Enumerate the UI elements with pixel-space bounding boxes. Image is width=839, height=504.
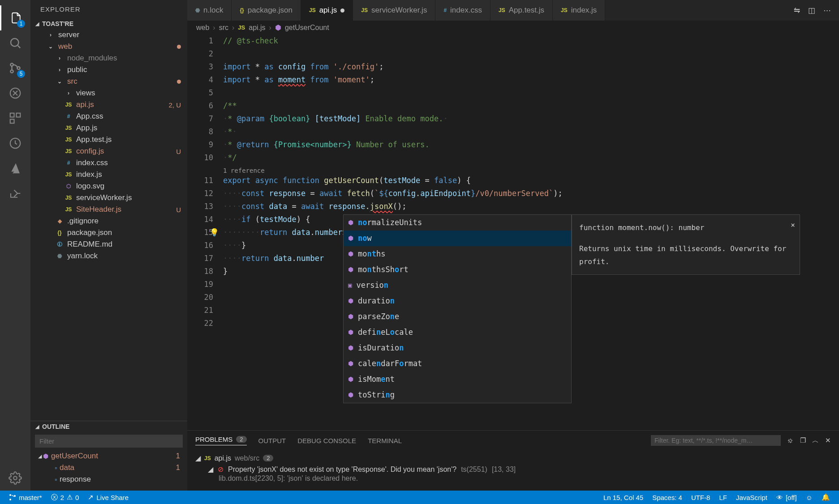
git-status-badge: U (176, 148, 181, 155)
status-errors[interactable]: ⓧ2 ⚠0 (47, 491, 84, 504)
folder-item[interactable]: ›node_modules (30, 52, 187, 64)
suggest-item[interactable]: ⬢normalizeUnits (344, 215, 571, 231)
close-icon[interactable]: ✕ (825, 436, 831, 444)
field-icon: ▫ (55, 476, 57, 483)
status-liveshare[interactable]: ↗Live Share (83, 491, 133, 504)
restore-icon[interactable]: ❐ (800, 436, 806, 444)
outline-item[interactable]: ▫ data 1 (30, 462, 187, 474)
status-prettier[interactable]: 👁[off] (772, 491, 801, 504)
editor-tab[interactable]: # index.css (435, 0, 490, 21)
suggest-label: defineLocale (358, 326, 413, 339)
filter-settings-icon[interactable]: ⛭ (787, 437, 794, 444)
suggest-item[interactable]: ⬢isMoment (344, 372, 571, 387)
file-item[interactable]: 🛈README.md (30, 239, 187, 250)
status-eol[interactable]: LF (714, 491, 731, 504)
outline-filter-input[interactable] (35, 435, 183, 448)
suggest-item[interactable]: ⬢monthsShort (344, 262, 571, 278)
lightbulb-icon[interactable]: 💡 (210, 226, 219, 239)
outline-item[interactable]: ◢ ⬢ getUserCount 1 (30, 450, 187, 462)
split-icon[interactable]: ◫ (808, 6, 815, 15)
breadcrumb[interactable]: web › src › JS api.js › ⬢ getUserCount (187, 21, 839, 34)
explorer-section-header[interactable]: ◢ TOAST'RE (30, 18, 187, 29)
chevron-right-icon: › (213, 24, 215, 32)
activity-extensions-icon[interactable] (0, 106, 30, 131)
status-cursor-pos[interactable]: Ln 15, Col 45 (599, 491, 648, 504)
status-branch[interactable]: master* (4, 491, 47, 504)
outline-item[interactable]: ▫ response (30, 474, 187, 485)
code-content[interactable]: // @ts-check import * as config from './… (223, 34, 839, 430)
suggest-item[interactable]: ⬢duration (344, 293, 571, 309)
activity-remote-icon[interactable] (0, 131, 30, 156)
compare-icon[interactable]: ⇋ (794, 6, 800, 15)
tab-label: n.lock (203, 6, 223, 15)
editor-tab[interactable]: JS App.test.js (490, 0, 553, 21)
suggest-item[interactable]: ⬢defineLocale (344, 325, 571, 340)
codelens[interactable]: 1 reference (223, 164, 839, 174)
suggest-item[interactable]: ▣version (344, 278, 571, 293)
file-icon: JS (64, 148, 73, 154)
activity-search-icon[interactable] (0, 30, 30, 56)
chevron-down-icon: ◢ (195, 454, 201, 462)
file-item[interactable]: #App.css (30, 111, 187, 122)
folder-item[interactable]: ›server (30, 29, 187, 41)
editor-tab[interactable]: JS serviceWorker.js (353, 0, 435, 21)
tab-terminal[interactable]: TERMINAL (368, 437, 402, 444)
folder-item[interactable]: ⌄web (30, 41, 187, 52)
chevron-icon: ⌄ (46, 43, 56, 50)
more-icon[interactable]: ⋯ (823, 6, 831, 15)
file-item[interactable]: JSSiteHeader.jsU (30, 204, 187, 215)
problem-related[interactable]: lib.dom.d.ts[2230, 5]: 'json' is declare… (195, 474, 831, 483)
editor-tab[interactable]: {} package.json (232, 0, 301, 21)
file-item[interactable]: ⬡logo.svg (30, 180, 187, 192)
problem-item[interactable]: ◢ ⊘ Property 'jsonX' does not exist on t… (195, 464, 831, 474)
status-feedback[interactable]: ☺ (801, 491, 817, 504)
scm-badge: 5 (17, 70, 25, 78)
activity-debug-icon[interactable] (0, 81, 30, 106)
file-item[interactable]: JSconfig.jsU (30, 145, 187, 157)
tab-output[interactable]: OUTPUT (258, 437, 286, 444)
file-item[interactable]: {}package.json (30, 227, 187, 239)
file-item[interactable]: JSApp.js (30, 122, 187, 134)
editor-tab[interactable]: JS api.js (301, 0, 353, 21)
status-bell[interactable]: 🔔 (817, 491, 835, 504)
suggest-item[interactable]: ⬢months (344, 246, 571, 262)
activity-explorer-icon[interactable]: 1 (0, 5, 30, 30)
file-item[interactable]: JSserviceWorker.js (30, 192, 187, 204)
activity-settings-icon[interactable] (0, 466, 30, 491)
activity-liveshare-icon[interactable] (0, 181, 30, 206)
suggest-item[interactable]: ⬢parseZone (344, 309, 571, 325)
file-item[interactable]: JSapi.js2, U (30, 99, 187, 111)
status-indent[interactable]: Spaces: 4 (648, 491, 687, 504)
suggest-item[interactable]: ⬢calendarFormat (344, 356, 571, 372)
suggest-item[interactable]: ⬢toString (344, 387, 571, 403)
code-editor[interactable]: 12345678910111213141516171819202122 // @… (187, 34, 839, 430)
tab-debug-console[interactable]: DEBUG CONSOLE (297, 437, 356, 444)
suggest-item[interactable]: ⬢isDuration (344, 340, 571, 356)
editor-tab[interactable]: ⬣ n.lock (187, 0, 232, 21)
file-item[interactable]: ◆.gitignore (30, 215, 187, 227)
folder-item[interactable]: ⌄src (30, 76, 187, 87)
close-icon[interactable]: × (791, 218, 795, 231)
folder-item[interactable]: ›public (30, 64, 187, 76)
editor-tab[interactable]: JS index.js (553, 0, 605, 21)
file-item[interactable]: #index.css (30, 157, 187, 169)
problems-filter-input[interactable] (651, 435, 781, 446)
file-item[interactable]: JSindex.js (30, 169, 187, 180)
intellisense-suggest[interactable]: ⬢normalizeUnits⬢now⬢months⬢monthsShort▣v… (343, 214, 572, 403)
project-name: TOAST'RE (42, 20, 73, 27)
activity-azure-icon[interactable] (0, 156, 30, 181)
chevron-up-icon[interactable]: ︿ (812, 436, 819, 445)
tab-label: index.css (450, 6, 482, 15)
tab-problems[interactable]: PROBLEMS 2 (195, 436, 247, 445)
folder-item[interactable]: ›views (30, 87, 187, 99)
file-item[interactable]: JSApp.test.js (30, 134, 187, 145)
status-encoding[interactable]: UTF-8 (687, 491, 715, 504)
problem-file-row[interactable]: ◢ JS api.js web/src 2 (195, 452, 831, 464)
svg-point-9 (13, 476, 17, 480)
outline-section-header[interactable]: ◢ OUTLINE (30, 421, 187, 432)
activity-scm-icon[interactable]: 5 (0, 56, 30, 81)
file-icon: JS (64, 137, 73, 143)
status-language[interactable]: JavaScript (731, 491, 772, 504)
suggest-item[interactable]: ⬢now (344, 231, 571, 246)
file-item[interactable]: ⬣yarn.lock (30, 250, 187, 262)
